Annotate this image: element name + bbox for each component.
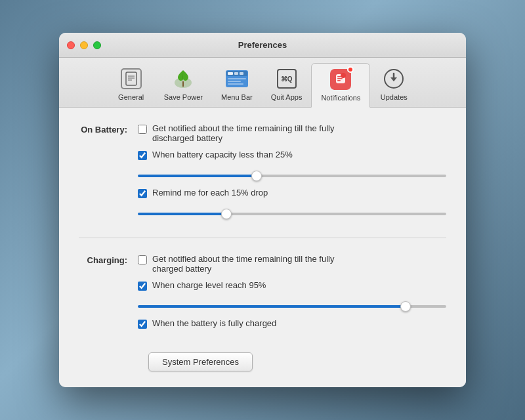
minimize-button[interactable] bbox=[80, 41, 88, 49]
svg-rect-9 bbox=[234, 72, 238, 75]
on-battery-checkbox1-row: Get notified about the time remaining ti… bbox=[138, 123, 446, 143]
charging-checkbox1-row: Get notified about the time remaining ti… bbox=[138, 254, 446, 274]
charging-controls: Get notified about the time remaining ti… bbox=[138, 254, 446, 329]
charging-checkbox3-label: When the battery is fully charged bbox=[152, 318, 276, 328]
on-battery-slider2[interactable] bbox=[138, 213, 446, 215]
charging-slider1-container bbox=[138, 297, 446, 312]
tab-notifications-label: Notifications bbox=[321, 94, 360, 102]
on-battery-checkbox3-row: Remind me for each 15% drop bbox=[138, 188, 446, 198]
on-battery-checkbox2-label: When battery capacity less than 25% bbox=[152, 150, 293, 159]
on-battery-checkbox1-label: Get notified about the time remaining ti… bbox=[152, 123, 334, 143]
window-title: Preferences bbox=[238, 40, 287, 50]
quit-apps-icon: ⌘Q bbox=[275, 67, 299, 91]
on-battery-slider1[interactable] bbox=[138, 175, 446, 177]
charging-checkbox2[interactable] bbox=[138, 282, 147, 291]
svg-rect-16 bbox=[337, 76, 341, 77]
charging-checkbox1-label: Get notified about the time remaining ti… bbox=[152, 254, 334, 274]
svg-rect-18 bbox=[337, 80, 341, 81]
preferences-window: Preferences General bbox=[59, 33, 466, 387]
system-prefs-container: System Preferences bbox=[79, 347, 446, 371]
charging-checkbox3[interactable] bbox=[138, 320, 147, 329]
menu-bar-icon bbox=[225, 67, 249, 91]
on-battery-section: On Battery: Get notified about the time … bbox=[79, 123, 446, 219]
svg-rect-13 bbox=[228, 83, 243, 85]
charging-checkbox3-row: When the battery is fully charged bbox=[138, 318, 446, 329]
svg-rect-8 bbox=[228, 72, 233, 75]
tab-save-power[interactable]: Save Power bbox=[155, 63, 212, 107]
toolbar: General Save Power bbox=[59, 58, 466, 108]
on-battery-slider2-container bbox=[138, 205, 446, 219]
on-battery-controls: Get notified about the time remaining ti… bbox=[138, 123, 446, 219]
svg-rect-17 bbox=[337, 78, 343, 79]
svg-rect-0 bbox=[126, 72, 136, 85]
charging-checkbox2-label: When charge level reach 95% bbox=[152, 280, 266, 290]
on-battery-checkbox2-row: When battery capacity less than 25% bbox=[138, 150, 446, 160]
on-battery-label: On Battery: bbox=[79, 123, 138, 219]
on-battery-checkbox2[interactable] bbox=[138, 151, 147, 160]
updates-icon bbox=[382, 67, 406, 91]
section-divider bbox=[79, 238, 446, 238]
tab-updates[interactable]: Updates bbox=[370, 63, 417, 107]
general-icon bbox=[119, 67, 143, 91]
tab-menu-bar-label: Menu Bar bbox=[221, 93, 253, 101]
tab-save-power-label: Save Power bbox=[164, 93, 203, 101]
charging-section: Charging: Get notified about the time re… bbox=[79, 254, 446, 329]
maximize-button[interactable] bbox=[93, 41, 101, 49]
tab-general-label: General bbox=[118, 93, 144, 101]
on-battery-checkbox3[interactable] bbox=[138, 189, 147, 198]
svg-point-15 bbox=[341, 73, 346, 78]
system-preferences-button[interactable]: System Preferences bbox=[148, 352, 253, 371]
notifications-icon bbox=[329, 68, 352, 91]
charging-slider1[interactable] bbox=[138, 305, 446, 308]
svg-rect-11 bbox=[228, 78, 246, 79]
tab-notifications[interactable]: Notifications bbox=[311, 63, 370, 108]
charging-checkbox1[interactable] bbox=[138, 255, 147, 264]
charging-checkbox2-row: When charge level reach 95% bbox=[138, 280, 446, 291]
save-power-icon bbox=[171, 67, 195, 91]
tab-menu-bar[interactable]: Menu Bar bbox=[212, 63, 262, 107]
tab-updates-label: Updates bbox=[381, 93, 408, 101]
traffic-lights bbox=[67, 41, 101, 49]
svg-rect-12 bbox=[228, 81, 241, 82]
tab-quit-apps-label: Quit Apps bbox=[271, 93, 303, 101]
on-battery-slider1-container bbox=[138, 167, 446, 181]
content-area: On Battery: Get notified about the time … bbox=[59, 108, 466, 387]
tab-general[interactable]: General bbox=[108, 63, 155, 107]
svg-rect-10 bbox=[240, 72, 243, 75]
titlebar: Preferences bbox=[59, 33, 466, 58]
tab-quit-apps[interactable]: ⌘Q Quit Apps bbox=[262, 63, 312, 107]
charging-label: Charging: bbox=[79, 254, 138, 329]
on-battery-checkbox1[interactable] bbox=[138, 125, 147, 134]
close-button[interactable] bbox=[67, 41, 75, 49]
on-battery-checkbox3-label: Remind me for each 15% drop bbox=[152, 188, 268, 198]
